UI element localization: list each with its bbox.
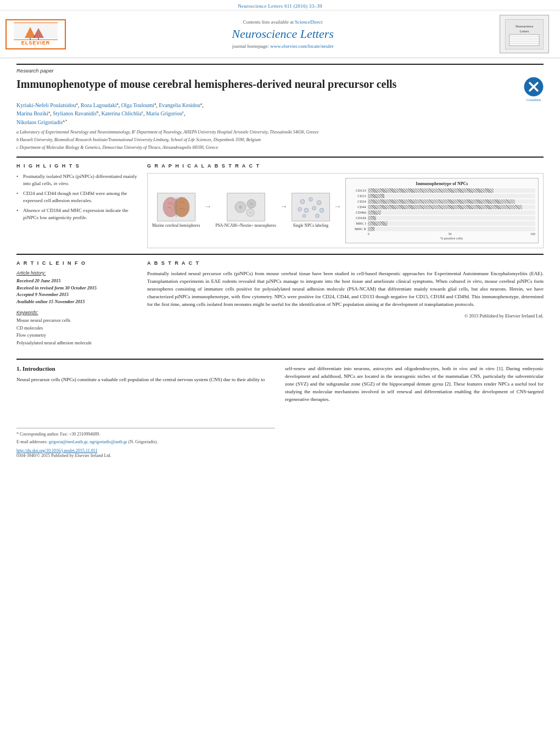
- ga-chart-title: Immunophenotype of NPCs: [349, 181, 535, 186]
- bar-label-cd49d: CD49d: [349, 210, 366, 214]
- bar-bg-cd15: [368, 194, 535, 198]
- ga-arrow-2: →: [280, 202, 288, 219]
- crossmark-label: CrossMark: [524, 98, 544, 102]
- ga-cells-svg: [294, 195, 327, 219]
- bar-row-mhcii: MHC II: [349, 227, 535, 231]
- history-content: Received 20 June 2015 Received in revise…: [16, 277, 137, 305]
- email-link-2[interactable]: ngrigoriadis@auth.gr: [89, 439, 127, 444]
- footnote-email: E-mail addresses: grigoria@med.auth.gr, …: [16, 439, 275, 445]
- svg-rect-10: [509, 35, 539, 46]
- article-title: Immunophenotype of mouse cerebral hemisp…: [16, 77, 516, 91]
- article-history-block: Article history: Received 20 June 2015 R…: [16, 270, 137, 305]
- journal-logo-svg: Neuroscience Letters: [505, 19, 544, 49]
- abstract-copyright: © 2015 Published by Elsevier Ireland Ltd…: [147, 313, 544, 319]
- accepted-date: Accepted 9 November 2015: [16, 291, 137, 298]
- journal-logo-right: Neuroscience Letters: [500, 15, 549, 53]
- ga-step-3-label: Single NPCs labeling: [293, 223, 329, 228]
- bar-row-cd24: CD24: [349, 199, 535, 204]
- graphical-abstract-section: G R A P H I C A L A B S T R A C T: [147, 163, 544, 248]
- abstract-heading: A B S T R A C T: [147, 260, 544, 266]
- article-type-label: Research paper: [16, 64, 544, 74]
- highlights-section: H I G H L I G H T S Postnatally isolated…: [16, 163, 137, 248]
- svg-point-27: [300, 199, 305, 204]
- svg-point-24: [239, 205, 242, 209]
- x-label-50: 50: [448, 232, 451, 236]
- ga-step-2: PSA-NCAM+/Nestin+ neurospheres: [215, 193, 276, 228]
- bar-fill-mhci: [368, 221, 388, 226]
- svg-point-25: [250, 203, 253, 205]
- highlights-abstract-section: H I G H L I G H T S Postnatally isolated…: [16, 157, 544, 248]
- bar-row-cd184: CD184: [349, 216, 535, 220]
- homepage-url[interactable]: www.elsevier.com/locate/neulet: [270, 43, 333, 49]
- page: Neuroscience Letters 611 (2016) 33–39 EL…: [0, 0, 560, 464]
- doi-link[interactable]: http://dx.doi.org/10.1016/j.neulet.2015.…: [16, 448, 97, 453]
- intro-two-col: 1. Introduction Neural precursor cells (…: [16, 365, 544, 458]
- bar-fill-cd133: [368, 188, 494, 193]
- keywords-list: Mouse neural precursor cells CD molecule…: [16, 317, 137, 347]
- keywords-title: Keywords:: [16, 310, 137, 315]
- ga-step-2-label: PSA-NCAM+/Nestin+ neurospheres: [215, 223, 276, 228]
- bar-row-cd49d: CD49d: [349, 210, 535, 215]
- author-6: Stylianos Ravanidis: [53, 111, 97, 117]
- affiliation-3: c Department of Molecular Biology & Gene…: [16, 144, 544, 151]
- ga-step-3-box: [292, 193, 330, 221]
- bar-label-cd15: CD15: [349, 194, 366, 198]
- author-9: Nikolaos Grigoriadis: [16, 119, 63, 125]
- keyword-3: Flow cytometry: [16, 332, 137, 339]
- keywords-block: Keywords: Mouse neural precursor cells C…: [16, 310, 137, 347]
- corresponding-author-text: * Corresponding author. Fax: +30 2310994…: [16, 432, 100, 437]
- highlight-item-2: CD24 and CD44 though not CD49d were amon…: [16, 190, 137, 204]
- bar-fill-cd184: [368, 216, 376, 220]
- keyword-1: Mouse neural precursor cells: [16, 317, 137, 325]
- ga-brain-svg: [160, 195, 193, 219]
- bar-fill-cd15: [368, 194, 385, 198]
- highlight-item-3: Absence of CD184 and MHC expression indi…: [16, 207, 137, 221]
- ga-step-1-label: Murine cerebral hemispheres: [152, 223, 200, 228]
- science-direct-line: Contents lists available at ScienceDirec…: [77, 19, 489, 25]
- bar-bg-cd49d: [368, 210, 535, 215]
- bar-bg-cd184: [368, 216, 535, 220]
- affiliations: a Laboratory of Experimental Neurology a…: [16, 129, 544, 151]
- svg-point-29: [317, 200, 321, 205]
- crossmark-svg: [524, 77, 544, 97]
- affiliation-1: a Laboratory of Experimental Neurology a…: [16, 129, 544, 136]
- bar-bg-mhci: [368, 221, 535, 226]
- svg-point-32: [312, 207, 316, 210]
- bar-label-cd133: CD133: [349, 188, 366, 192]
- bar-fill-cd49d: [368, 210, 381, 215]
- intro-section-title: 1. Introduction: [16, 365, 275, 372]
- abstract-text: Postnatally isolated neural precursor ce…: [147, 270, 544, 309]
- svg-point-31: [304, 208, 309, 213]
- x-axis-label: % positive cells: [349, 236, 535, 240]
- introduction-section: 1. Introduction Neural precursor cells (…: [16, 359, 544, 458]
- bar-chart-rows: CD133 CD15: [349, 188, 535, 231]
- bar-bg-cd24: [368, 199, 535, 204]
- bar-chart-x-axis: 0 50 100: [349, 232, 535, 236]
- highlight-item-1: Postnatally isolated NPCs (piNPCs) diffe…: [16, 173, 137, 187]
- ga-step-1-box: [157, 193, 195, 221]
- author-2: Roza Lagoudaki: [81, 102, 117, 108]
- svg-point-33: [320, 208, 324, 213]
- graphical-abstract-box: Murine cerebral hemispheres →: [147, 173, 544, 248]
- science-direct-link[interactable]: ScienceDirect: [295, 19, 322, 25]
- email-suffix: (N. Grigoriadis).: [128, 439, 158, 444]
- author-1: Kyriaki-Nefeli Poulatsidou: [16, 102, 76, 108]
- elsevier-text-label: ELSEVIER: [21, 40, 51, 46]
- x-label-100: 100: [530, 232, 535, 236]
- keyword-2: CD molecules: [16, 325, 137, 332]
- svg-point-34: [303, 214, 306, 217]
- svg-point-28: [309, 198, 312, 202]
- article-info-heading: A R T I C L E I N F O: [16, 260, 137, 266]
- bar-row-cd44: CD44: [349, 205, 535, 209]
- history-title: Article history:: [16, 270, 137, 276]
- bar-label-cd184: CD184: [349, 216, 366, 220]
- bar-fill-cd44: [368, 205, 522, 209]
- svg-text:Neuroscience: Neuroscience: [516, 25, 534, 28]
- journal-ref: Neuroscience Letters 611 (2016) 33–39: [0, 3, 560, 9]
- footnote-corresponding: * Corresponding author. Fax: +30 2310994…: [16, 431, 275, 437]
- intro-right-text: self-renew and differentiate into neuron…: [285, 365, 544, 404]
- email-link-1[interactable]: grigoria@med.auth.gr: [49, 439, 88, 444]
- bar-row-cd15: CD15: [349, 194, 535, 198]
- bar-label-mhci: MHC I: [349, 221, 366, 225]
- ga-step-1: Murine cerebral hemispheres: [152, 193, 200, 228]
